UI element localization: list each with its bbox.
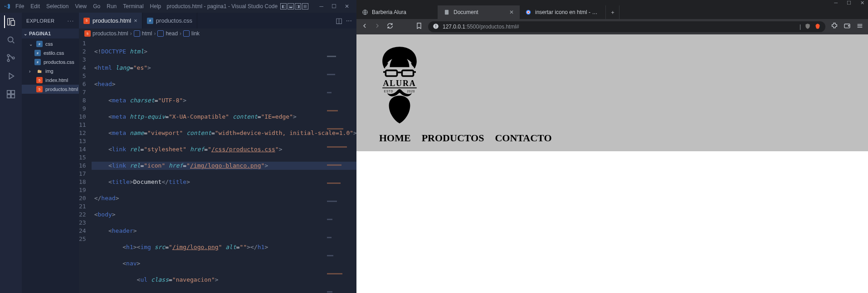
menu-selection[interactable]: Selection bbox=[44, 2, 71, 10]
tab-productos-css[interactable]: # productos.css bbox=[142, 13, 197, 29]
maximize-icon[interactable]: ☐ bbox=[328, 3, 340, 10]
tab-close-icon[interactable]: ✕ bbox=[509, 9, 514, 15]
tab-productos-html[interactable]: 5 productos.html × bbox=[79, 13, 142, 29]
minimize-icon[interactable]: ─ bbox=[316, 3, 327, 10]
tree-label: productos.css bbox=[44, 59, 74, 65]
maximize-icon[interactable]: ☐ bbox=[847, 0, 851, 6]
tree-label: estilo.css bbox=[44, 50, 64, 56]
tab-label: Barberia Alura bbox=[372, 9, 432, 15]
extensions-icon[interactable] bbox=[5, 88, 17, 101]
sidebar-more-icon[interactable]: ··· bbox=[68, 18, 74, 24]
page-logo: ALURA ESTD 2020 bbox=[375, 43, 424, 125]
vscode-title-bar: File Edit Selection View Go Run Terminal… bbox=[0, 0, 356, 13]
tab-close-icon[interactable]: × bbox=[134, 17, 137, 24]
extensions-puzzle-icon[interactable] bbox=[831, 22, 838, 31]
breadcrumb-head[interactable]: head bbox=[166, 30, 178, 37]
split-editor-icon[interactable]: ◫ bbox=[336, 16, 342, 25]
search-activity-icon[interactable] bbox=[5, 34, 17, 46]
css-file-icon: # bbox=[147, 18, 153, 24]
browser-viewport: ALURA ESTD 2020 HOME PRODUCTOS CONTACTO bbox=[356, 34, 868, 293]
tag-icon bbox=[157, 30, 164, 37]
code-content[interactable]: <!DOCTYPE html> <html lang="es"> <head> … bbox=[92, 38, 356, 293]
sidebar-title: EXPLORER bbox=[26, 18, 54, 24]
folder-icon: 🖿 bbox=[36, 68, 43, 74]
tree-file-estilo[interactable]: # estilo.css bbox=[22, 48, 79, 58]
tree-file-productos-html[interactable]: 5 productos.html bbox=[22, 85, 79, 94]
page-nav: HOME PRODUCTOS CONTACTO bbox=[375, 125, 850, 147]
menu-view[interactable]: View bbox=[72, 2, 89, 10]
back-icon[interactable] bbox=[361, 22, 368, 31]
browser-tab-1[interactable]: Barberia Alura bbox=[356, 5, 438, 19]
tree-label: productos.html bbox=[45, 86, 78, 92]
menu-terminal[interactable]: Terminal bbox=[120, 2, 146, 10]
css-file-icon: # bbox=[34, 50, 41, 56]
svg-rect-15 bbox=[435, 27, 436, 28]
shield-icon[interactable] bbox=[805, 23, 811, 31]
chevron-down-icon: ⌄ bbox=[24, 31, 27, 36]
svg-rect-7 bbox=[7, 95, 10, 98]
layout-left-icon[interactable]: ◧ bbox=[280, 3, 287, 10]
address-bar[interactable]: 127.0.0.1:5500/productos.html# | bbox=[428, 21, 825, 32]
forward-icon[interactable] bbox=[374, 22, 381, 31]
html-file-icon: 5 bbox=[84, 30, 91, 37]
nav-home[interactable]: HOME bbox=[379, 132, 411, 144]
html-file-icon: 5 bbox=[36, 77, 43, 83]
svg-rect-0 bbox=[11, 20, 15, 25]
editor[interactable]: 1234567891011121314151617181920212223242… bbox=[79, 38, 356, 293]
nav-productos[interactable]: PRODUCTOS bbox=[422, 132, 484, 144]
menu-edit[interactable]: Edit bbox=[28, 2, 43, 10]
url-path: :5500/productos.html# bbox=[465, 24, 519, 30]
bookmark-icon[interactable] bbox=[415, 22, 423, 31]
svg-text:ESTD: ESTD bbox=[384, 90, 393, 93]
tree-folder-img[interactable]: › 🖿 img bbox=[22, 67, 79, 76]
new-tab-button[interactable]: ＋ bbox=[606, 5, 619, 19]
breadcrumb[interactable]: 5 productos.html › html › head › link bbox=[79, 29, 356, 38]
menu-file[interactable]: File bbox=[13, 2, 27, 10]
menu-help[interactable]: Help bbox=[147, 2, 164, 10]
wallet-icon[interactable] bbox=[844, 22, 851, 31]
line-number-gutter: 1234567891011121314151617181920212223242… bbox=[79, 38, 92, 293]
close-icon[interactable]: ✕ bbox=[341, 3, 353, 10]
brave-icon[interactable] bbox=[814, 23, 821, 31]
tree-folder-css[interactable]: ⌄ # css bbox=[22, 39, 79, 48]
breadcrumb-link[interactable]: link bbox=[191, 30, 200, 37]
tree-label: index.html bbox=[45, 77, 68, 83]
svg-text:2020: 2020 bbox=[407, 90, 415, 93]
folder-root[interactable]: ⌄ PAGINA1 bbox=[22, 29, 79, 38]
tree-file-index[interactable]: 5 index.html bbox=[22, 76, 79, 85]
breadcrumb-file[interactable]: productos.html bbox=[93, 30, 128, 37]
vscode-window-title: productos.html - pagina1 - Visual Studio… bbox=[166, 3, 278, 10]
minimize-icon[interactable]: ─ bbox=[834, 0, 838, 5]
layout-bottom-icon[interactable]: ⬓ bbox=[288, 3, 294, 10]
layout-right-icon[interactable]: ◨ bbox=[295, 3, 301, 10]
chevron-down-icon: ⌄ bbox=[29, 42, 34, 47]
menu-icon[interactable] bbox=[856, 22, 863, 31]
layout-grid-icon[interactable]: ⊞ bbox=[302, 3, 308, 10]
explorer-icon[interactable] bbox=[4, 15, 17, 28]
chevron-right-icon: › bbox=[29, 69, 34, 74]
menu-run[interactable]: Run bbox=[104, 2, 119, 10]
svg-text:ALURA: ALURA bbox=[383, 79, 416, 88]
more-actions-icon[interactable]: ··· bbox=[346, 17, 352, 25]
svg-point-4 bbox=[12, 57, 15, 59]
tab-label: insertar icono en html - Buscar con bbox=[535, 9, 600, 15]
svg-rect-5 bbox=[7, 91, 10, 94]
tag-icon bbox=[134, 30, 140, 37]
tree-file-productos-css[interactable]: # productos.css bbox=[22, 58, 79, 67]
reload-icon[interactable] bbox=[386, 22, 394, 31]
tab-label: Document bbox=[454, 9, 506, 15]
browser-tab-3[interactable]: insertar icono en html - Buscar con bbox=[520, 5, 606, 19]
browser-toolbar: 127.0.0.1:5500/productos.html# | bbox=[356, 19, 868, 34]
scm-icon[interactable] bbox=[5, 52, 17, 64]
menu-go[interactable]: Go bbox=[90, 2, 103, 10]
minimap[interactable] bbox=[327, 39, 354, 103]
svg-point-17 bbox=[848, 25, 849, 26]
breadcrumb-html[interactable]: html bbox=[142, 30, 152, 37]
close-icon[interactable]: ✕ bbox=[860, 0, 864, 6]
tab-label: productos.html bbox=[93, 17, 131, 24]
globe-icon bbox=[362, 9, 368, 15]
browser-tab-2[interactable]: Document ✕ bbox=[438, 5, 520, 19]
debug-icon[interactable] bbox=[5, 70, 17, 82]
tag-icon bbox=[183, 30, 190, 37]
nav-contacto[interactable]: CONTACTO bbox=[495, 132, 551, 144]
